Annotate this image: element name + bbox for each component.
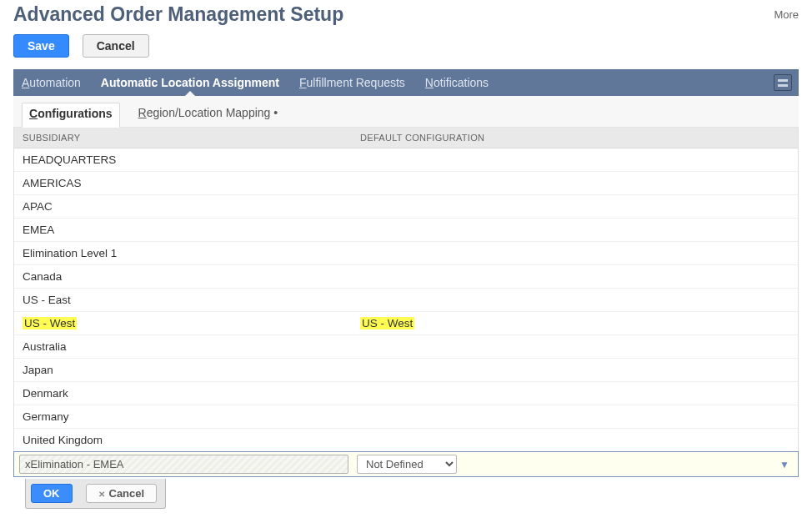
tab-automatic-location-assignment[interactable]: Automatic Location Assignment — [101, 69, 279, 96]
panel-toggle-icon[interactable] — [774, 74, 792, 91]
cell-default-config — [352, 157, 798, 163]
table-header: SUBSIDIARY DEFAULT CONFIGURATION — [14, 128, 798, 148]
table-row[interactable]: Germany — [14, 405, 798, 429]
close-icon — [98, 487, 105, 500]
cell-subsidiary: Germany — [14, 407, 352, 426]
row-cancel-button[interactable]: Cancel — [86, 484, 158, 503]
tab-automation[interactable]: Automation — [22, 69, 81, 96]
subtab-region-location-mapping-[interactable]: Region/Location Mapping • — [132, 103, 285, 127]
cell-default-config — [352, 297, 798, 304]
cell-default-config — [352, 437, 798, 444]
col-subsidiary[interactable]: SUBSIDIARY — [14, 128, 352, 148]
toolbar: Save Cancel — [0, 29, 812, 69]
cell-subsidiary: APAC — [14, 197, 352, 216]
save-button[interactable]: Save — [13, 34, 69, 58]
cell-default-config: US - West — [352, 314, 798, 333]
row-expand-icon[interactable]: ▼ — [779, 459, 798, 470]
row-actions: OK Cancel — [25, 479, 166, 509]
cell-default-config — [352, 344, 798, 350]
cell-subsidiary: United Kingdom — [14, 430, 352, 450]
table-row[interactable]: Elimination Level 1 — [14, 242, 798, 265]
subtab-configurations[interactable]: Configurations — [22, 103, 120, 127]
cancel-button[interactable]: Cancel — [83, 34, 149, 58]
table-row[interactable]: HEADQUARTERS — [14, 148, 798, 172]
cell-subsidiary: US - West — [14, 314, 352, 333]
row-ok-button[interactable]: OK — [31, 484, 73, 503]
table-row[interactable]: APAC — [14, 195, 798, 219]
cell-default-config — [352, 227, 798, 234]
col-default-config[interactable]: DEFAULT CONFIGURATION — [352, 128, 798, 148]
table-row[interactable]: Australia — [14, 335, 798, 359]
cell-default-config — [352, 204, 798, 210]
cell-subsidiary: Canada — [14, 267, 352, 286]
row-cancel-label: Cancel — [109, 487, 145, 500]
cell-default-config — [352, 390, 798, 397]
cell-default-config — [352, 274, 798, 280]
table-edit-row[interactable]: Not Defined ▼ — [13, 451, 799, 477]
cell-default-config — [352, 250, 798, 257]
cell-subsidiary: Denmark — [14, 384, 352, 403]
cell-subsidiary: AMERICAS — [14, 173, 352, 193]
table-row[interactable]: US - WestUS - West — [14, 312, 798, 335]
cell-default-config — [352, 180, 798, 187]
table-row[interactable]: AMERICAS — [14, 172, 798, 195]
cell-subsidiary: Australia — [14, 337, 352, 356]
cell-subsidiary: EMEA — [14, 220, 352, 239]
sub-tabs: ConfigurationsRegion/Location Mapping • — [13, 96, 799, 128]
cell-subsidiary: US - East — [14, 290, 352, 309]
cell-subsidiary: Elimination Level 1 — [14, 244, 352, 263]
table-row[interactable]: EMEA — [14, 219, 798, 242]
cell-default-config — [352, 414, 798, 420]
edit-subsidiary-input[interactable] — [19, 455, 348, 474]
table-row[interactable]: US - East — [14, 289, 798, 312]
cell-subsidiary: Japan — [14, 360, 352, 380]
table-row[interactable]: Japan — [14, 359, 798, 382]
table-row[interactable]: Canada — [14, 265, 798, 289]
tab-fulfillment-requests[interactable]: Fulfillment Requests — [299, 69, 405, 96]
cell-subsidiary: HEADQUARTERS — [14, 150, 352, 169]
config-table: SUBSIDIARY DEFAULT CONFIGURATION HEADQUA… — [13, 128, 799, 477]
tab-notifications[interactable]: Notifications — [425, 69, 489, 96]
page-title: Advanced Order Management Setup — [13, 3, 343, 26]
table-row[interactable]: Denmark — [14, 382, 798, 405]
more-link[interactable]: More — [774, 3, 799, 21]
table-row[interactable]: United Kingdom — [14, 429, 798, 452]
cell-default-config — [352, 367, 798, 374]
edit-default-config-select[interactable]: Not Defined — [357, 455, 457, 474]
main-tabs: AutomationAutomatic Location AssignmentF… — [13, 69, 799, 96]
